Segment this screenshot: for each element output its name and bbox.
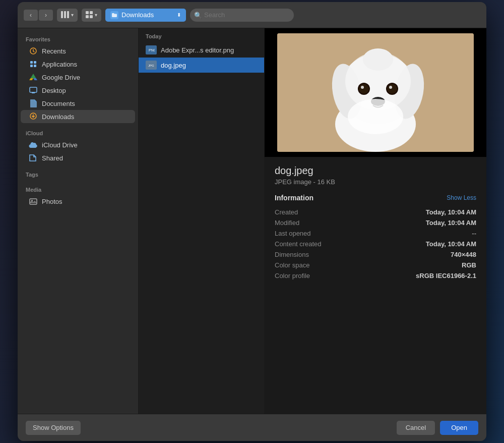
shared-icon [29, 153, 38, 162]
svg-rect-9 [34, 61, 36, 64]
file-item-adobe[interactable]: PNG Adobe Expr...s editor.png [139, 42, 264, 58]
sidebar-item-shared-label: Shared [42, 154, 63, 162]
google-drive-icon [29, 73, 38, 82]
sidebar-item-icloud-drive-label: iCloud Drive [42, 141, 78, 149]
sidebar-item-google-drive[interactable]: Google Drive [21, 71, 135, 84]
nav-buttons: ‹ › [24, 10, 53, 21]
info-row: Last opened-- [275, 228, 476, 239]
search-input[interactable] [190, 9, 294, 22]
file-item-dog[interactable]: JPG dog.jpeg [139, 58, 264, 73]
sidebar-item-applications[interactable]: Applications [21, 58, 135, 71]
favorites-label: Favorites [18, 33, 138, 44]
svg-point-33 [389, 86, 392, 89]
file-item-adobe-name: Adobe Expr...s editor.png [161, 46, 234, 54]
preview-info: dog.jpeg JPEG image - 16 KB Information … [265, 157, 486, 414]
svg-rect-4 [90, 11, 93, 14]
sidebar-item-downloads[interactable]: Downloads [21, 110, 135, 123]
sidebar-item-documents-label: Documents [42, 100, 75, 107]
applications-icon [29, 60, 38, 69]
info-row-label: Dimensions [275, 251, 451, 258]
info-row-value: RGB [462, 261, 476, 269]
info-row: Color profilesRGB IEC61966-2.1 [275, 270, 476, 281]
show-less-button[interactable]: Show Less [447, 194, 476, 201]
columns-view-icon [61, 11, 69, 19]
svg-rect-12 [30, 87, 37, 92]
info-row-label: Color profile [275, 272, 416, 280]
icon-view-button[interactable]: ▾ [82, 9, 101, 22]
svg-rect-11 [34, 65, 36, 67]
sidebar-item-desktop[interactable]: Desktop [21, 84, 135, 97]
sidebar-item-icloud-drive[interactable]: iCloud Drive [21, 138, 135, 151]
info-row-value: sRGB IEC61966-2.1 [416, 272, 476, 280]
forward-button[interactable]: › [39, 10, 53, 21]
sidebar-item-shared[interactable]: Shared [21, 151, 135, 164]
info-section-header: Information Show Less [275, 194, 476, 202]
info-row-value: -- [472, 230, 476, 237]
content-area: Favorites Recents [18, 28, 486, 414]
info-row-value: Today, 10:04 AM [426, 208, 476, 216]
info-row-value: Today, 10:04 AM [426, 219, 476, 227]
preview-filetype: JPEG image - 16 KB [275, 178, 476, 186]
info-row-label: Last opened [275, 230, 472, 237]
toolbar: ‹ › ▾ [18, 2, 486, 28]
file-item-dog-name: dog.jpeg [161, 62, 186, 69]
sidebar-item-documents[interactable]: Documents [21, 97, 135, 110]
back-button[interactable]: ‹ [24, 10, 38, 21]
info-fields: CreatedToday, 10:04 AMModifiedToday, 10:… [275, 207, 476, 281]
preview-image-container [265, 28, 486, 157]
sidebar-item-recents[interactable]: Recents [21, 44, 135, 58]
sidebar-item-desktop-label: Desktop [42, 87, 66, 94]
info-row-value: 740×448 [451, 251, 476, 258]
downloads-icon [29, 112, 38, 121]
svg-rect-1 [64, 11, 66, 18]
svg-rect-6 [90, 15, 93, 18]
preview-panel: dog.jpeg JPEG image - 16 KB Information … [265, 28, 486, 414]
location-label: Downloads [121, 11, 154, 19]
sidebar-item-applications-label: Applications [42, 61, 77, 68]
dog-preview-image [277, 33, 474, 152]
info-row-label: Color space [275, 261, 462, 269]
svg-point-32 [387, 84, 397, 94]
svg-point-36 [363, 48, 393, 71]
info-row: Content createdToday, 10:04 AM [275, 239, 476, 249]
info-section-title: Information [275, 194, 313, 202]
documents-icon [29, 99, 38, 108]
tags-label: Tags [18, 169, 138, 180]
icloud-label: iCloud [18, 127, 138, 138]
columns-view-chevron: ▾ [71, 12, 74, 18]
icon-view-icon [86, 11, 93, 19]
svg-rect-13 [32, 92, 35, 93]
info-row: CreatedToday, 10:04 AM [275, 207, 476, 217]
svg-rect-5 [86, 15, 89, 18]
info-row-label: Modified [275, 219, 426, 227]
desktop-icon [29, 86, 38, 95]
info-row: Dimensions740×448 [275, 249, 476, 260]
info-row-label: Created [275, 208, 426, 216]
svg-rect-0 [61, 11, 63, 18]
media-label: Media [18, 184, 138, 195]
info-row: ModifiedToday, 10:04 AM [275, 217, 476, 228]
cancel-button[interactable]: Cancel [397, 421, 435, 435]
file-list-section-title: Today [139, 28, 264, 42]
info-row-value: Today, 10:04 AM [426, 240, 476, 248]
sidebar-item-google-drive-label: Google Drive [42, 74, 80, 81]
svg-point-29 [359, 84, 369, 94]
columns-view-button[interactable]: ▾ [57, 9, 78, 22]
location-chevron: ⬍ [177, 12, 181, 18]
bottom-bar: Show Options Cancel Open [18, 414, 486, 441]
action-buttons: Cancel Open [397, 421, 478, 435]
open-button[interactable]: Open [440, 421, 478, 435]
sidebar-item-photos[interactable]: Photos [21, 195, 135, 208]
svg-text:PNG: PNG [149, 48, 155, 52]
svg-text:JPG: JPG [148, 64, 154, 67]
sidebar-item-downloads-label: Downloads [42, 113, 74, 121]
sidebar: Favorites Recents [18, 28, 139, 414]
svg-rect-3 [86, 11, 89, 14]
svg-point-35 [348, 99, 403, 134]
location-dropdown[interactable]: Downloads ⬍ [105, 9, 186, 22]
location-folder-icon [110, 11, 118, 19]
show-options-button[interactable]: Show Options [26, 421, 81, 435]
info-row: Color spaceRGB [275, 260, 476, 270]
search-icon: 🔍 [194, 11, 202, 19]
icloud-drive-icon [29, 140, 38, 149]
